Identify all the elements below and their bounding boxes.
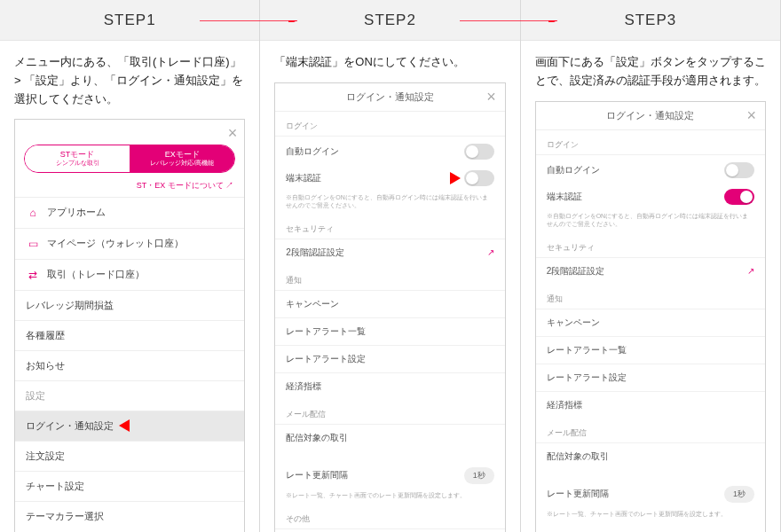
mode-info-link[interactable]: ST・EX モードについて ↗: [15, 178, 244, 197]
close-icon[interactable]: ×: [746, 107, 756, 123]
section-notify: 通知: [275, 266, 504, 290]
menu-item-label: 設定: [26, 389, 45, 403]
menu-item[interactable]: レバレッジ期間損益: [15, 290, 244, 320]
card-icon: ▭: [26, 237, 40, 251]
menu-item[interactable]: ログイン・通知設定: [15, 411, 244, 441]
row-2fa[interactable]: 2段階認証設定 ↗: [536, 257, 765, 285]
toggle-auto-login[interactable]: [724, 162, 754, 178]
step3-header: STEP3: [521, 0, 780, 41]
menu-item[interactable]: ⇄取引（トレード口座）: [15, 259, 244, 290]
close-icon[interactable]: ×: [486, 89, 496, 105]
step2-header: STEP2: [260, 0, 519, 41]
settings-title: ログイン・通知設定 ×: [275, 83, 504, 112]
interval-note: ※レート一覧、チャート画面でのレート更新間隔を設定します。: [275, 491, 504, 505]
row-auto-login[interactable]: 自動ログイン: [536, 154, 765, 185]
toggle-device-auth[interactable]: [464, 170, 494, 186]
notify-row-label: 経済指標: [286, 380, 493, 393]
notify-row[interactable]: レートアラート一覧: [275, 317, 504, 345]
device-auth-note: ※自動ログインをONにすると、自動再ログイン時には端末認証を行いませんのでご留意…: [536, 212, 765, 233]
row-rate-interval[interactable]: レート更新間隔 1秒: [275, 460, 504, 491]
row-2fa[interactable]: 2段階認証設定 ↗: [275, 239, 504, 266]
external-link-icon: ↗: [487, 247, 494, 257]
menu-item[interactable]: 注文設定: [15, 441, 244, 471]
mode-ex[interactable]: EXモード レバレッジ対応/高機能: [130, 145, 234, 171]
notify-row-label: レートアラート設定: [286, 353, 493, 365]
pointer-icon: [119, 419, 130, 432]
toggle-auto-login[interactable]: [464, 144, 494, 160]
row-rate-interval[interactable]: レート更新間隔 1秒: [536, 479, 765, 510]
close-icon[interactable]: ×: [228, 125, 238, 141]
section-notify: 通知: [536, 285, 765, 309]
menu-item-label: レバレッジ期間損益: [26, 299, 114, 312]
notify-row[interactable]: キャンペーン: [536, 309, 765, 336]
notify-row-label: キャンペーン: [286, 298, 493, 310]
menu-item-label: お知らせ: [26, 359, 65, 372]
section-security: セキュリティ: [536, 233, 765, 257]
notify-row[interactable]: キャンペーン: [275, 290, 504, 317]
row-device-auth[interactable]: 端末認証: [275, 167, 504, 193]
menu-item-label: マイページ（ウォレット口座）: [47, 237, 184, 250]
row-lock-release[interactable]: 端末操作ロック解除: [275, 528, 504, 532]
device-auth-note: ※自動ログインをONにすると、自動再ログイン時には端末認証を行いませんのでご留意…: [275, 193, 504, 215]
interval-note: ※レート一覧、チャート画面でのレート更新間隔を設定します。: [536, 510, 765, 523]
row-mail-target[interactable]: 配信対象の取引: [536, 442, 765, 470]
menu-item-label: ログイン・通知設定: [26, 419, 114, 433]
swap-icon: ⇄: [26, 268, 40, 282]
menu-item-label: チャート設定: [26, 480, 84, 493]
row-auto-login[interactable]: 自動ログイン: [275, 136, 504, 167]
step2-instruction: 「端末認証」をONにしてください。: [260, 41, 519, 82]
section-login: ログイン: [275, 112, 504, 136]
external-link-icon: ↗: [747, 266, 754, 276]
section-login: ログイン: [536, 130, 765, 154]
menu-item-label: アプリホーム: [47, 206, 106, 219]
section-mail: メール配信: [536, 419, 765, 442]
notify-row[interactable]: レートアラート一覧: [536, 336, 765, 364]
menu-item[interactable]: チャート設定: [15, 471, 244, 501]
notify-row-label: 経済指標: [547, 399, 754, 411]
section-other: その他: [275, 505, 504, 528]
menu-item-label: 各種履歴: [26, 329, 65, 342]
pointer-icon: [450, 172, 461, 184]
menu-item[interactable]: ▭マイページ（ウォレット口座）: [15, 228, 244, 259]
menu-item[interactable]: テーマカラー選択: [15, 501, 244, 531]
menu-item[interactable]: ⌂アプリホーム: [15, 197, 244, 228]
menu-item-label: 取引（トレード口座）: [47, 268, 145, 281]
step3-instruction: 画面下にある「設定」ボタンをタップすることで、設定済みの認証手段が適用されます。: [521, 41, 780, 101]
section-mail: メール配信: [275, 400, 504, 424]
notify-row-label: キャンペーン: [547, 317, 754, 329]
row-device-auth[interactable]: 端末認証: [536, 185, 765, 212]
mode-st[interactable]: STモード シンプルな取引: [25, 145, 130, 171]
interval-value[interactable]: 1秒: [724, 486, 754, 503]
notify-row-label: レートアラート一覧: [547, 344, 754, 356]
step1-screenshot: × STモード シンプルな取引 EXモード レバレッジ対応/高機能 ST・EX …: [14, 119, 245, 532]
section-security: セキュリティ: [275, 215, 504, 239]
interval-value[interactable]: 1秒: [464, 467, 494, 484]
settings-title: ログイン・通知設定 ×: [536, 102, 765, 130]
toggle-device-auth[interactable]: [724, 189, 754, 205]
menu-item-label: 注文設定: [26, 450, 65, 463]
step1-instruction: メニュー内にある、「取引(トレード口座)」 > 「設定」より、「ログイン・通知設…: [0, 41, 259, 119]
notify-row[interactable]: レートアラート設定: [275, 345, 504, 372]
step1-header: STEP1: [0, 0, 259, 41]
mode-toggle[interactable]: STモード シンプルな取引 EXモード レバレッジ対応/高機能: [24, 145, 235, 172]
menu-item-label: テーマカラー選択: [26, 510, 104, 523]
step2-screenshot: ログイン・通知設定 × ログイン 自動ログイン 端末認証 ※自動ログインをONに…: [274, 82, 505, 532]
notify-row[interactable]: レートアラート設定: [536, 364, 765, 391]
menu-item[interactable]: 各種履歴: [15, 320, 244, 350]
menu-item[interactable]: お知らせ: [15, 350, 244, 380]
notify-row[interactable]: 経済指標: [275, 372, 504, 400]
row-mail-target[interactable]: 配信対象の取引: [275, 424, 504, 451]
home-icon: ⌂: [26, 206, 40, 220]
notify-row-label: レートアラート一覧: [286, 325, 493, 338]
step3-screenshot: ログイン・通知設定 × ログイン 自動ログイン 端末認証 ※自動ログインをONに…: [535, 101, 766, 532]
notify-row[interactable]: 経済指標: [536, 391, 765, 419]
notify-row-label: レートアラート設定: [547, 372, 754, 384]
menu-item[interactable]: 設定: [15, 380, 244, 411]
